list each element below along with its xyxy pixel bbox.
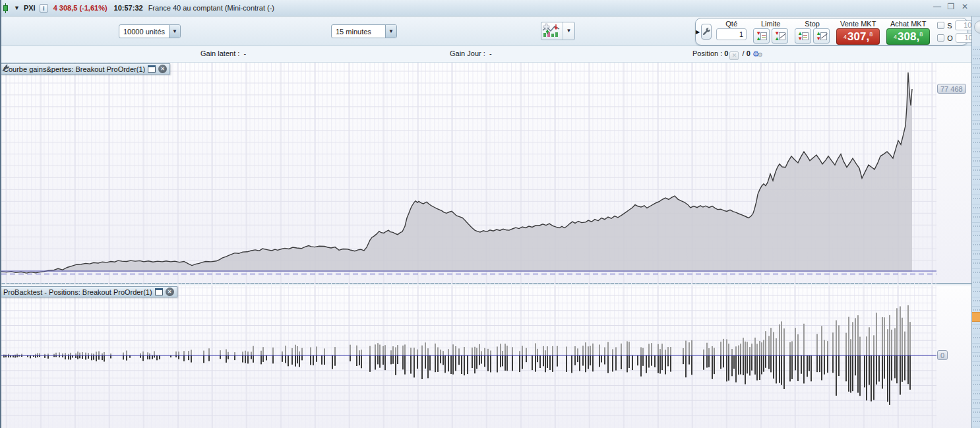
timeframe-dropdown[interactable]: 15 minutes ▼ — [331, 24, 397, 38]
right-dock-strip[interactable] — [971, 46, 980, 428]
chart-style-button[interactable]: ▼ — [541, 22, 575, 40]
position-bar-short — [455, 355, 456, 371]
position-settings-gear-icon[interactable]: ⚙⚙ — [752, 49, 763, 59]
position-bar-long — [519, 351, 520, 355]
chart-style-icon — [541, 22, 563, 40]
position-bar-short — [260, 355, 262, 364]
position-bar-short — [904, 355, 905, 381]
positions-chart[interactable] — [1, 286, 936, 428]
position-bar-short — [532, 355, 533, 370]
positions-panel[interactable]: ProBacktest - Positions: Breakout ProOrd… — [1, 286, 980, 428]
position-bar-long — [85, 353, 86, 355]
positions-panel-header[interactable]: ProBacktest - Positions: Breakout ProOrd… — [1, 286, 177, 297]
limite-order-button-2[interactable]: ▼▲ — [772, 28, 788, 44]
position-bar-short — [733, 355, 735, 369]
dock-row — [972, 232, 980, 241]
units-dropdown-arrow-icon[interactable]: ▼ — [169, 25, 180, 38]
sell-mkt-button[interactable]: 4 307, 8 — [836, 28, 880, 45]
dock-row — [972, 223, 980, 232]
equity-close-icon[interactable]: ✕ — [158, 65, 167, 73]
dock-row — [972, 148, 980, 158]
position-bar-short — [297, 355, 298, 363]
minimize-button[interactable]: — — [933, 2, 942, 11]
position-bar-short — [375, 355, 376, 370]
position-bar-short — [262, 355, 264, 362]
position-bar-long — [410, 348, 412, 355]
timeframe-dropdown-arrow-icon[interactable]: ▼ — [385, 25, 396, 38]
equity-panel-header[interactable]: Courbe gains&pertes: Breakout ProOrder(1… — [1, 63, 170, 75]
limite-order-button-1[interactable]: ▼▲ — [753, 28, 770, 44]
position-bar-short — [797, 355, 799, 381]
buy-mkt-button[interactable]: 4 308, 8 — [886, 28, 930, 45]
position-bar-short — [149, 355, 150, 359]
stop-order-button-2[interactable]: ▲▼ — [813, 28, 830, 44]
dock-row — [972, 46, 980, 55]
position-bar-short — [765, 355, 766, 368]
chart-style-dropdown-arrow-icon[interactable]: ▼ — [563, 22, 574, 40]
position-bar-short — [104, 355, 105, 361]
stop-order-button-1[interactable]: ▲▼ — [795, 28, 811, 44]
position-bar-short — [685, 355, 687, 377]
position-bar-long — [731, 349, 733, 355]
position-bar-long — [543, 346, 544, 355]
position-bar-short — [887, 355, 888, 402]
position-bar-long — [282, 352, 283, 355]
s-checkbox[interactable] — [937, 22, 944, 29]
position-bar-long — [295, 345, 296, 355]
equity-chart[interactable] — [1, 63, 936, 284]
position-bar-long — [82, 352, 83, 355]
position-bar-long — [183, 351, 185, 355]
positions-restore-window-icon[interactable] — [155, 288, 163, 295]
units-dropdown[interactable]: 10000 unités ▼ — [119, 24, 181, 38]
position-bar-short — [448, 355, 449, 371]
dock-row — [972, 251, 980, 260]
order-panel: ▶ Qté 1 Limite ▼▲ ▼▲ — [695, 18, 968, 46]
position-bar-short — [183, 355, 185, 361]
positions-close-icon[interactable]: ✕ — [166, 288, 174, 296]
o-checkbox[interactable] — [937, 34, 944, 42]
position-bar-short — [726, 355, 727, 381]
close-button[interactable]: ✕ — [960, 2, 969, 11]
order-panel-collapse-arrow[interactable]: ▶ — [696, 18, 700, 45]
position-bar-long — [402, 346, 404, 355]
dock-row — [972, 55, 980, 65]
dock-row — [972, 362, 980, 371]
position-bar-short — [93, 355, 94, 360]
position-bar-long — [592, 344, 594, 355]
position-bar-long — [437, 348, 439, 355]
position-bar-short — [706, 355, 708, 367]
order-settings-button[interactable] — [701, 24, 712, 40]
position-bar-short — [70, 355, 71, 359]
position-bar-long — [821, 326, 822, 355]
position-bar-short — [907, 355, 909, 384]
position-bar-long — [487, 349, 489, 355]
qty-input[interactable]: 1 — [716, 28, 747, 40]
position-bar-long — [260, 351, 262, 355]
maximize-button[interactable]: ❐ — [946, 2, 956, 11]
position-bar-short — [395, 355, 396, 375]
position-bar-short — [604, 355, 605, 365]
position-bar-long — [379, 345, 381, 355]
dock-highlight-row[interactable] — [972, 312, 980, 322]
position-bar-short — [178, 355, 179, 359]
position-bar-long — [557, 346, 558, 355]
position-bar-short — [612, 355, 613, 372]
instrument-dropdown-arrow-icon[interactable]: ▼ — [14, 5, 20, 11]
position-close-icon[interactable]: ✕ — [729, 51, 739, 60]
position-bar-short — [392, 355, 394, 364]
info-icon[interactable]: i — [40, 4, 48, 13]
position-bar-short — [458, 355, 460, 365]
position-bar-long — [747, 342, 748, 355]
window-titlebar: ▼ PXI i 4 308,5 (-1,61%) 10:57:32 France… — [1, 0, 980, 16]
dock-row — [972, 139, 980, 148]
equity-restore-window-icon[interactable] — [148, 65, 156, 73]
position-bar-long — [178, 352, 179, 355]
position-bar-short — [896, 355, 898, 383]
equity-wrench-icon[interactable] — [1, 64, 10, 73]
position-bar-short — [384, 355, 386, 370]
position-bar-long — [642, 348, 644, 355]
position-bar-short — [789, 355, 791, 381]
equity-y-axis[interactable]: 05 00010 00015 00020 00025 00030 00035 0… — [936, 63, 971, 283]
equity-panel[interactable]: Courbe gains&pertes: Breakout ProOrder(1… — [1, 63, 980, 284]
position-bar-short — [827, 355, 828, 373]
